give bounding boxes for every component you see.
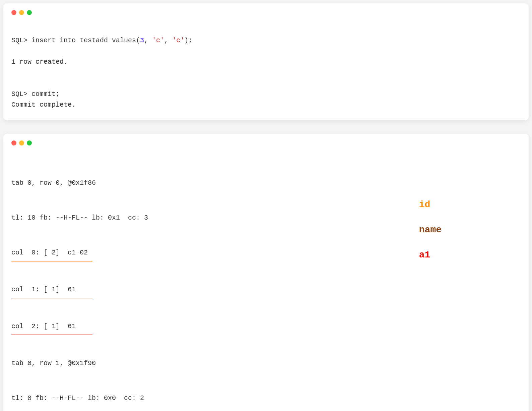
- label-a1: a1: [419, 248, 442, 263]
- dump-row-header: tab 0, row 0, @0x1f86: [11, 176, 522, 190]
- sql-output: 1 row created.: [11, 58, 68, 66]
- sql-close: );: [184, 37, 192, 44]
- dump-row-header: tab 0, row 1, @0x1f90: [11, 357, 522, 370]
- sql-separator: ,: [144, 37, 152, 44]
- minimize-icon[interactable]: [19, 140, 24, 145]
- code-block-2: tab 0, row 0, @0x1f86 tl: 10 fb: --H-FL-…: [11, 155, 522, 411]
- dump-col2: col 2: [ 1] 61: [11, 320, 92, 335]
- sql-number: 3: [140, 37, 144, 44]
- sql-command: insert into testadd values(: [31, 37, 140, 44]
- sql-command: commit;: [31, 90, 60, 98]
- minimize-icon[interactable]: [19, 10, 24, 15]
- code-block-1: SQL> insert into testadd values(3, 'c', …: [11, 24, 522, 110]
- column-annotations: id name a1: [419, 197, 442, 262]
- dump-tl-line: tl: 10 fb: --H-FL-- lb: 0x1 cc: 3: [11, 211, 522, 225]
- label-name: name: [419, 223, 442, 238]
- maximize-icon[interactable]: [27, 10, 32, 15]
- window-controls: [11, 140, 522, 145]
- label-id: id: [419, 197, 442, 213]
- sql-prompt: SQL>: [11, 37, 31, 44]
- maximize-icon[interactable]: [27, 140, 32, 145]
- dump-tl-line: tl: 8 fb: --H-FL-- lb: 0x0 cc: 2: [11, 392, 522, 405]
- sql-prompt: SQL>: [11, 90, 31, 98]
- terminal-window-1: SQL> insert into testadd values(3, 'c', …: [3, 3, 529, 120]
- sql-output: Commit complete.: [11, 101, 76, 109]
- close-icon[interactable]: [11, 10, 16, 15]
- close-icon[interactable]: [11, 140, 16, 145]
- sql-string: 'c': [152, 37, 164, 44]
- sql-string: 'c': [172, 37, 184, 44]
- terminal-window-2: tab 0, row 0, @0x1f86 tl: 10 fb: --H-FL-…: [3, 134, 529, 411]
- dump-col0: col 0: [ 2] c1 02: [11, 246, 92, 261]
- window-controls: [11, 10, 522, 15]
- sql-separator: ,: [164, 37, 172, 44]
- dump-col1: col 1: [ 1] 61: [11, 283, 92, 298]
